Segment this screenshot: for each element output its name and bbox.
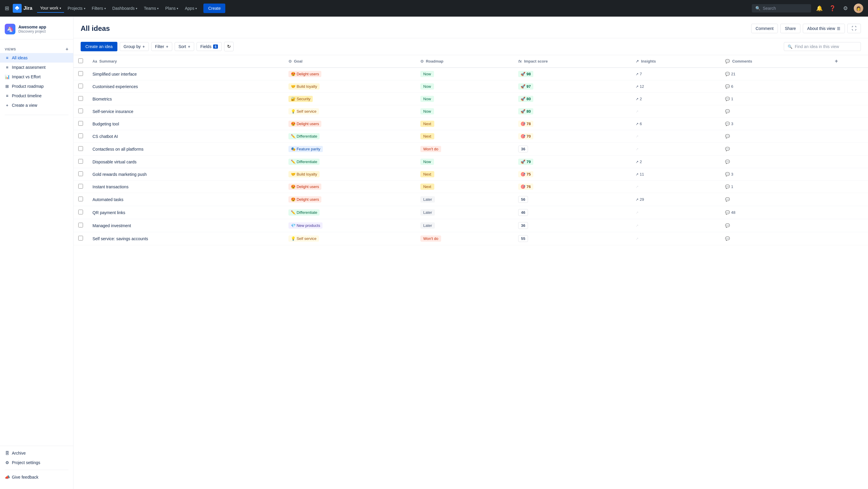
row-checkbox[interactable] [78, 109, 83, 113]
idea-summary[interactable]: Self service: savings accounts [92, 236, 148, 241]
nav-item-apps[interactable]: Apps ▾ [182, 4, 200, 13]
impact-score-badge[interactable]: 56 [518, 196, 528, 203]
impact-score-badge[interactable]: 🚀 97 [518, 83, 533, 90]
impact-score-badge[interactable]: 🎯 75 [518, 171, 533, 177]
comment-button[interactable]: Comment [751, 24, 778, 33]
row-checkbox[interactable] [78, 146, 83, 151]
row-checkbox[interactable] [78, 184, 83, 189]
insights-cell[interactable]: ↗2 [636, 159, 716, 164]
insights-cell[interactable]: ↗7 [636, 72, 716, 76]
comments-cell[interactable]: 💬6 [725, 84, 825, 89]
checkbox-column-header[interactable] [73, 55, 88, 68]
comments-cell[interactable]: 💬3 [725, 122, 825, 126]
impact-score-badge[interactable]: 🚀 79 [518, 159, 533, 165]
about-view-button[interactable]: About this view ☰ [803, 24, 845, 33]
sidebar-item-impact-effort[interactable]: 📊 Impact vs Effort [0, 72, 73, 82]
add-column-icon[interactable]: + [835, 58, 838, 64]
roadmap-badge[interactable]: Later [421, 222, 435, 228]
insights-cell[interactable]: ↗11 [636, 172, 716, 177]
expand-button[interactable]: ⛶ [847, 24, 861, 33]
nav-item-filters[interactable]: Filters ▾ [89, 4, 109, 13]
roadmap-badge[interactable]: Now [421, 71, 434, 77]
nav-item-your-work[interactable]: Your work ▾ [37, 4, 64, 13]
idea-summary[interactable]: Gold rewards marketing push [92, 172, 147, 177]
search-input[interactable] [763, 6, 808, 11]
idea-summary[interactable]: Instant transactions [92, 184, 128, 189]
impact-column-header[interactable]: fx Impact score [514, 55, 630, 68]
filter-button[interactable]: Filter + [151, 42, 172, 51]
goal-badge[interactable]: 😍 Delight users [288, 196, 321, 203]
nav-item-teams[interactable]: Teams ▾ [141, 4, 161, 13]
roadmap-badge[interactable]: Next [421, 184, 434, 190]
impact-score-badge[interactable]: 🚀 98 [518, 71, 533, 77]
sidebar-item-create-view[interactable]: + Create a view [0, 100, 73, 110]
comments-cell[interactable]: 💬1 [725, 97, 825, 101]
idea-summary[interactable]: Automated tasks [92, 197, 123, 202]
help-icon[interactable]: ❓ [828, 4, 837, 13]
nav-item-dashboards[interactable]: Dashboards ▾ [110, 4, 141, 13]
roadmap-badge[interactable]: Later [421, 196, 435, 203]
idea-summary[interactable]: Contactless on all platforms [92, 147, 144, 152]
row-checkbox[interactable] [78, 159, 83, 164]
row-checkbox[interactable] [78, 71, 83, 76]
goal-column-header[interactable]: ⊙ Goal [284, 55, 415, 68]
insights-cell[interactable]: ↗29 [636, 197, 716, 202]
roadmap-badge[interactable]: Later [421, 209, 435, 216]
refresh-button[interactable]: ↻ [224, 42, 234, 51]
roadmap-badge[interactable]: Now [421, 83, 434, 90]
goal-badge[interactable]: 😍 Delight users [288, 71, 321, 77]
sidebar-item-all-ideas[interactable]: ≡ All ideas [0, 53, 73, 63]
jira-logo[interactable]: Jira [13, 4, 32, 13]
row-checkbox[interactable] [78, 172, 83, 176]
idea-summary[interactable]: Managed investment [92, 223, 131, 228]
goal-badge[interactable]: 🤝 Build loyalty [288, 171, 319, 177]
create-button[interactable]: Create [204, 4, 225, 13]
insights-cell[interactable]: ↗2 [636, 97, 716, 101]
row-checkbox[interactable] [78, 133, 83, 138]
goal-badge[interactable]: 💡 Self service [288, 108, 319, 115]
comments-cell[interactable]: 💬48 [725, 210, 825, 215]
goal-badge[interactable]: 💎 New products [288, 222, 322, 228]
sidebar-item-feedback[interactable]: 📣 Give feedback [0, 472, 73, 482]
avatar[interactable]: 👩 [854, 4, 863, 13]
row-checkbox[interactable] [78, 121, 83, 126]
idea-summary[interactable]: CS chatbot AI [92, 134, 118, 139]
comments-cell[interactable]: 💬3 [725, 172, 825, 177]
row-checkbox[interactable] [78, 223, 83, 227]
add-view-icon[interactable]: + [65, 47, 68, 52]
summary-column-header[interactable]: Aa Summary [88, 55, 284, 68]
impact-score-badge[interactable]: 🚀 80 [518, 108, 533, 115]
idea-search-bar[interactable]: 🔍 [784, 42, 861, 51]
apps-grid-icon[interactable]: ⊞ [5, 5, 9, 11]
impact-score-badge[interactable]: 🎯 78 [518, 121, 533, 127]
sidebar-item-impact-assessment[interactable]: ≡ Impact assesment [0, 63, 73, 72]
goal-badge[interactable]: 🔐 Security [288, 96, 313, 102]
settings-icon[interactable]: ⚙ [841, 4, 850, 13]
impact-score-badge[interactable]: 36 [518, 222, 528, 229]
sort-button[interactable]: Sort + [175, 42, 194, 51]
goal-badge[interactable]: 😍 Delight users [288, 121, 321, 127]
impact-score-badge[interactable]: 🎯 76 [518, 184, 533, 190]
goal-badge[interactable]: 🤝 Build loyalty [288, 83, 319, 90]
insights-cell[interactable]: ↗6 [636, 122, 716, 126]
share-button[interactable]: Share [780, 24, 800, 33]
idea-summary[interactable]: Simplified user interface [92, 72, 137, 77]
comments-cell[interactable]: 💬21 [725, 72, 825, 76]
impact-score-badge[interactable]: 🚀 80 [518, 96, 533, 102]
select-all-checkbox[interactable] [78, 58, 83, 63]
impact-score-badge[interactable]: 55 [518, 235, 528, 242]
sidebar-item-project-settings[interactable]: ⚙ Project settings [0, 458, 73, 467]
idea-summary[interactable]: Biometrics [92, 97, 112, 101]
comments-cell[interactable]: 💬1 [725, 184, 825, 189]
row-checkbox[interactable] [78, 96, 83, 101]
idea-summary[interactable]: QR payment links [92, 210, 125, 215]
impact-score-badge[interactable]: 🎯 70 [518, 133, 533, 140]
sidebar-item-archive[interactable]: 🗄 Archive [0, 448, 73, 458]
roadmap-badge[interactable]: Next [421, 121, 434, 127]
goal-badge[interactable]: ✏️ Differentiate [288, 133, 319, 140]
row-checkbox[interactable] [78, 84, 83, 88]
roadmap-column-header[interactable]: ⊙ Roadmap [415, 55, 514, 68]
goal-badge[interactable]: ✏️ Differentiate [288, 209, 319, 216]
idea-summary[interactable]: Self-service insurance [92, 109, 133, 114]
insights-column-header[interactable]: ↗ Insights [631, 55, 720, 68]
